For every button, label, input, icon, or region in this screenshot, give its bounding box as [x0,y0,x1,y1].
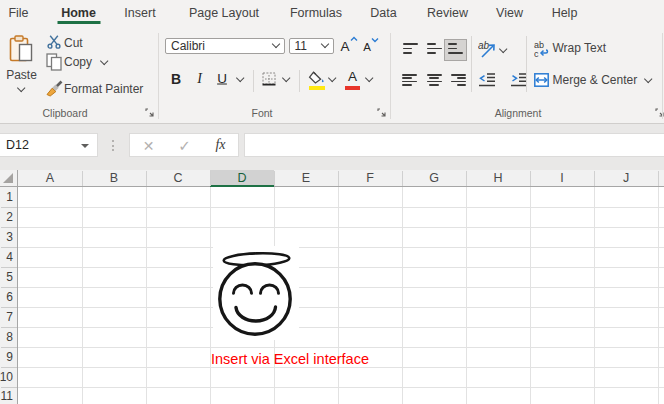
name-box-dropdown-icon[interactable] [81,144,89,148]
column-header-a[interactable]: A [18,170,82,186]
row-header-6[interactable]: 6 [0,287,13,307]
column-header-b[interactable]: B [82,170,146,186]
row-header-4[interactable]: 4 [0,247,13,267]
font-size-combobox[interactable]: 11 [289,38,334,54]
tab-view[interactable]: View [496,0,523,25]
sheet-cells[interactable] [18,187,664,404]
row-header-separator [1,347,17,348]
increase-font-caret-icon [350,36,358,42]
paste-button[interactable]: Paste [6,68,37,82]
tab-insert[interactable]: Insert [124,0,155,25]
format-painter-icon[interactable] [46,80,63,97]
cell-d9-text[interactable]: Insert via Excel interface [211,348,369,367]
column-header-separator [594,171,595,186]
formula-input[interactable] [244,133,664,157]
gridline-horizontal [18,267,664,268]
selected-column-underline [210,185,274,188]
font-name-combobox[interactable]: Calibri [165,38,285,54]
formula-bar-separator-dots [112,145,114,147]
decrease-indent-icon[interactable] [479,73,495,87]
column-header-separator [82,171,83,186]
bold-button[interactable]: B [171,71,181,87]
wrap-text-icon[interactable]: ab c [534,40,550,58]
row-header-11[interactable]: 11 [0,387,13,404]
italic-button[interactable]: I [197,71,202,87]
row-header-7[interactable]: 7 [0,307,13,327]
name-box[interactable]: D12 [0,133,98,157]
top-align-button[interactable] [403,43,418,55]
cut-button[interactable]: Cut [64,36,83,50]
font-dialog-launcher-icon[interactable] [377,108,386,117]
tab-review[interactable]: Review [427,0,468,25]
column-header-g[interactable]: G [402,170,466,186]
row-header-separator [1,267,17,268]
gridline-vertical [594,187,595,404]
cancel-icon[interactable]: ✕ [143,138,155,154]
font-color-dropdown-icon[interactable] [364,73,373,82]
format-painter-button[interactable]: Format Painter [64,82,143,96]
orientation-icon[interactable]: ab [478,40,499,59]
tab-help[interactable]: Help [552,0,578,25]
borders-icon[interactable] [262,72,276,86]
merge-center-button[interactable]: Merge & Center [553,73,638,87]
cut-icon[interactable] [47,35,61,49]
formula-bar-separator-dots [112,140,114,142]
row-header-1[interactable]: 1 [0,187,13,207]
middle-align-button[interactable] [427,43,442,55]
clipboard-dialog-launcher-icon[interactable] [145,108,154,117]
merge-center-icon[interactable] [534,73,549,87]
cell-d9-text-value: Insert via Excel interface [211,352,369,367]
gridline-horizontal [18,367,664,368]
column-header-i[interactable]: I [530,170,594,186]
row-header-9[interactable]: 9 [0,347,13,367]
smiley-face-image[interactable] [213,246,299,340]
enter-icon[interactable]: ✓ [178,137,191,155]
separator [526,36,527,92]
align-center-button[interactable] [427,74,442,86]
borders-dropdown-icon[interactable] [282,73,291,82]
increase-font-size-button[interactable]: A [340,39,349,54]
font-name-dropdown-icon [272,40,280,48]
row-header-2[interactable]: 2 [0,207,13,227]
insert-function-icon[interactable]: fx [215,137,225,153]
underline-dropdown-icon[interactable] [235,73,244,82]
increase-indent-icon[interactable] [511,73,527,87]
orientation-dropdown-icon[interactable] [499,45,508,54]
gridline-horizontal [18,247,664,248]
fill-color-dropdown-icon[interactable] [328,73,337,82]
row-header-8[interactable]: 8 [0,327,13,347]
copy-dropdown-icon[interactable] [100,56,109,65]
merge-center-dropdown-icon[interactable] [644,74,653,83]
column-header-f[interactable]: F [338,170,402,186]
excel-window: FileHomeInsertPage LayoutFormulasDataRev… [0,0,664,404]
copy-icon[interactable] [46,53,62,71]
svg-text:ab: ab [478,40,490,51]
column-headers[interactable]: ABCDEFGHIJ [18,170,664,187]
row-headers[interactable]: 1234567891011 [0,187,18,404]
column-header-h[interactable]: H [466,170,530,186]
tab-page-layout[interactable]: Page Layout [189,0,259,25]
wrap-text-button[interactable]: Wrap Text [553,41,607,55]
align-left-button[interactable] [402,74,417,86]
column-header-j[interactable]: J [594,170,658,186]
align-right-button[interactable] [451,74,466,86]
paste-icon[interactable] [9,35,33,63]
fill-color-icon[interactable] [308,71,326,84]
font-color-button[interactable]: A [348,69,357,84]
tab-data[interactable]: Data [370,0,396,25]
column-header-e[interactable]: E [274,170,338,186]
select-all-corner[interactable] [0,170,18,187]
column-header-separator [274,171,275,186]
decrease-font-size-button[interactable]: A [363,41,371,53]
row-header-5[interactable]: 5 [0,267,13,287]
tab-formulas[interactable]: Formulas [290,0,342,25]
column-header-c[interactable]: C [146,170,210,186]
column-header-separator [658,171,659,186]
paste-dropdown-icon[interactable] [16,84,25,93]
font-name-value: Calibri [171,39,205,53]
row-header-10[interactable]: 10 [0,367,13,387]
underline-button[interactable]: U [217,71,227,86]
tab-file[interactable]: File [8,0,28,25]
row-header-3[interactable]: 3 [0,227,13,247]
copy-button[interactable]: Copy [64,55,92,69]
